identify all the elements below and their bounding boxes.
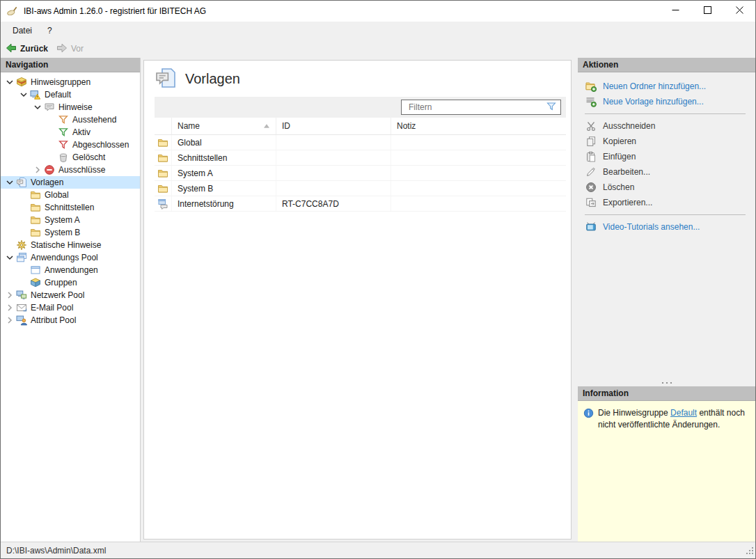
tree-item-system-b[interactable]: System B: [1, 226, 140, 239]
trash-icon: [57, 152, 70, 163]
action-video-tutorials-ansehen[interactable]: Video-Tutorials ansehen...: [585, 219, 751, 235]
action-kopieren[interactable]: Kopieren: [585, 134, 751, 149]
resize-grip[interactable]: [746, 546, 754, 557]
column-header-id[interactable]: ID: [276, 118, 391, 134]
group-stack-icon: [15, 77, 28, 88]
tree-item-schnittstellen[interactable]: Schnittstellen: [1, 201, 140, 214]
chevron-down-icon[interactable]: [3, 252, 15, 263]
tree-item-attribut-pool[interactable]: Attribut Pool: [1, 314, 140, 326]
tree-item-label: Ausstehend: [72, 115, 119, 125]
export-icon: [585, 197, 597, 208]
tree-item-global[interactable]: Global: [1, 189, 140, 201]
tree-item-vorlagen[interactable]: Vorlagen: [1, 176, 140, 189]
action-label: Neue Vorlage hinzufügen...: [603, 97, 704, 107]
tree-item-label: Anwendungen: [45, 265, 101, 275]
status-bar: D:\IBI-aws\Admin\Data.xml: [1, 542, 755, 558]
table-row-schnittstellen[interactable]: Schnittstellen: [155, 150, 566, 166]
tree-item-ausstehend[interactable]: Ausstehend: [1, 113, 140, 126]
tree-item-anwendungs-pool[interactable]: Anwendungs Pool: [1, 251, 140, 264]
tree-item-label: Default: [45, 90, 74, 100]
tree-item-abgeschlossen[interactable]: Abgeschlossen: [1, 139, 140, 151]
tree-item-anwendungen[interactable]: Anwendungen: [1, 264, 140, 276]
cell-id: [276, 181, 391, 196]
funnel-red-icon: [57, 139, 70, 150]
column-header-notiz[interactable]: Notiz: [391, 118, 566, 134]
action-label: Löschen: [603, 182, 634, 192]
tree-item-ausschlüsse[interactable]: Ausschlüsse: [1, 164, 140, 176]
maximize-icon: [704, 6, 711, 16]
close-button[interactable]: [723, 1, 755, 22]
menu-datei[interactable]: Datei: [5, 24, 40, 38]
folder-icon: [29, 189, 42, 200]
actions-separator: [585, 113, 746, 114]
chevron-down-icon[interactable]: [31, 102, 43, 113]
network-icon: [15, 290, 28, 301]
action-neue-vorlage-hinzufügen[interactable]: Neue Vorlage hinzufügen...: [585, 94, 751, 109]
minus-circle-icon: [43, 164, 56, 175]
chevron-down-icon[interactable]: [17, 89, 29, 100]
tree-item-default[interactable]: Default: [1, 88, 140, 101]
monitor-warning-icon: [29, 89, 42, 100]
column-header-icon[interactable]: [155, 118, 172, 134]
action-exportieren[interactable]: Exportieren...: [585, 195, 751, 210]
panel-splitter[interactable]: [578, 379, 755, 386]
action-neuen-ordner-hinzufügen[interactable]: Neuen Ordner hinzufügen...: [585, 79, 751, 94]
default-group-link[interactable]: Default: [670, 408, 697, 418]
cell-id: RT-C7CC8A7D: [276, 196, 391, 211]
tree-item-e-mail-pool[interactable]: E-Mail Pool: [1, 301, 140, 314]
maximize-button[interactable]: [691, 1, 723, 22]
pencil-icon: [585, 166, 597, 178]
gear-icon: [15, 239, 28, 251]
tree-item-system-a[interactable]: System A: [1, 214, 140, 226]
forward-button-label: Vor: [71, 44, 84, 54]
chevron-right-icon[interactable]: [3, 315, 15, 326]
cell-name: Internetstörung: [172, 196, 276, 211]
tree-item-label: System A: [45, 215, 83, 225]
actions-list: Neuen Ordner hinzufügen...Neue Vorlage h…: [578, 72, 755, 379]
chevron-down-icon[interactable]: [3, 77, 15, 88]
table-row-system-a[interactable]: System A: [155, 166, 566, 181]
tree-item-statische-hinweise[interactable]: Statische Hinweise: [1, 239, 140, 251]
action-löschen[interactable]: Löschen: [585, 180, 751, 195]
action-bearbeiten[interactable]: Bearbeiten...: [585, 164, 751, 180]
cell-name: System B: [172, 181, 276, 196]
information-message: Die Hinweisgruppe Default enthält noch n…: [598, 407, 750, 432]
back-arrow-icon: [6, 42, 17, 56]
tree-item-netzwerk-pool[interactable]: Netzwerk Pool: [1, 289, 140, 301]
navigation-header: Navigation: [1, 58, 140, 72]
speech-bubble-icon: [43, 102, 56, 113]
table-row-internetstörung[interactable]: InternetstörungRT-C7CC8A7D: [155, 196, 566, 212]
toolbar: Zurück Vor: [1, 40, 755, 58]
menu-help[interactable]: ?: [40, 24, 60, 38]
mail-icon: [15, 302, 28, 313]
chevron-down-icon[interactable]: [3, 177, 15, 188]
tree-item-hinweisgruppen[interactable]: Hinweisgruppen: [1, 76, 140, 88]
tree-item-aktiv[interactable]: Aktiv: [1, 126, 140, 139]
back-button[interactable]: Zurück: [6, 42, 48, 56]
tree-item-label: Statische Hinweise: [31, 240, 104, 250]
app-logo-icon: [6, 6, 19, 17]
chevron-right-icon[interactable]: [31, 164, 43, 175]
cell-notiz: [391, 166, 566, 180]
minimize-button[interactable]: [659, 1, 691, 22]
filter-funnel-icon[interactable]: [546, 101, 557, 114]
main-content: NameIDNotiz GlobalSchnittstellenSystem A…: [155, 97, 566, 539]
action-einfügen[interactable]: Einfügen: [585, 149, 751, 164]
filter-input[interactable]: [407, 102, 546, 113]
table-row-system-b[interactable]: System B: [155, 181, 566, 196]
forward-button[interactable]: Vor: [56, 42, 84, 56]
chevron-right-icon[interactable]: [3, 290, 15, 301]
splitter-dots-icon: [660, 381, 674, 384]
table-row-global[interactable]: Global: [155, 135, 566, 150]
tree-item-label: Netzwerk Pool: [31, 290, 87, 300]
main-header: Vorlagen: [144, 61, 571, 97]
chevron-right-icon[interactable]: [3, 302, 15, 313]
cell-name: Schnittstellen: [172, 150, 276, 165]
tree-item-gelöscht[interactable]: Gelöscht: [1, 151, 140, 164]
tv-icon: [585, 221, 597, 233]
tree-item-hinweise[interactable]: Hinweise: [1, 101, 140, 113]
action-ausschneiden[interactable]: Ausschneiden: [585, 118, 751, 134]
column-header-name[interactable]: Name: [172, 118, 276, 134]
tree-item-gruppen[interactable]: Gruppen: [1, 276, 140, 289]
tree-item-label: Attribut Pool: [31, 315, 79, 325]
